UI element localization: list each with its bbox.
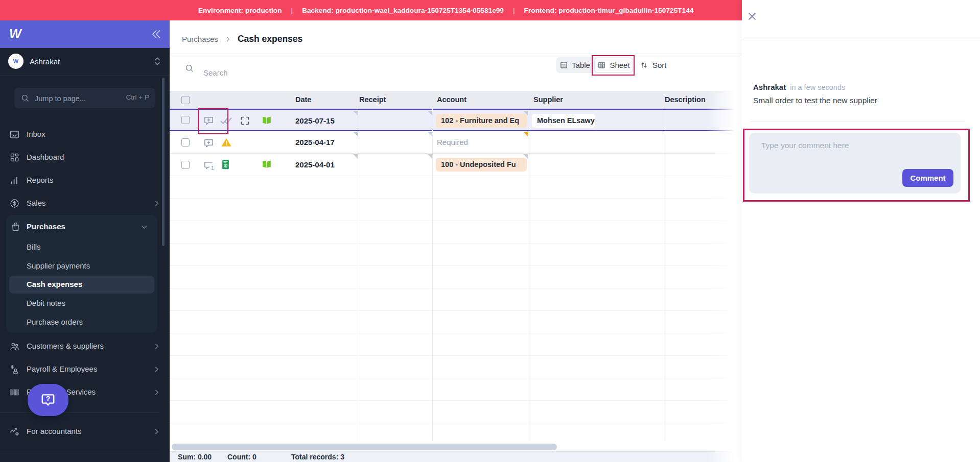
- sidebar-item-label: Supplier payments: [27, 261, 90, 270]
- sidebar-item-label: Payroll & Employees: [27, 364, 97, 373]
- sidebar-item-sales[interactable]: Sales: [0, 192, 170, 215]
- help-button[interactable]: ?: [28, 384, 68, 416]
- sidebar-item-purchase-orders[interactable]: Purchase orders: [6, 312, 157, 330]
- row-checkbox[interactable]: [181, 116, 190, 124]
- row-checkbox[interactable]: [181, 161, 190, 169]
- cell-corner-notch: [428, 111, 432, 115]
- column-header-receipt[interactable]: Receipt: [359, 95, 386, 104]
- journal-book-icon: [261, 115, 273, 127]
- sidebar-item-label: Dashboard: [27, 153, 64, 161]
- comment-count-icon[interactable]: 1: [202, 160, 215, 172]
- comments-panel: Ashrakat in a few seconds Small order to…: [742, 0, 980, 462]
- receipt-money-icon: [221, 159, 230, 171]
- comment-text: Small order to test the new supplier: [753, 96, 877, 105]
- breadcrumb-parent[interactable]: Purchases: [182, 35, 218, 43]
- sort-arrows-icon: [640, 61, 648, 69]
- cell-corner-notch: [353, 132, 358, 136]
- cell-account[interactable]: 100 - Undeposited Fu: [436, 158, 527, 172]
- app-screen: Environment: production | Backend: produ…: [0, 0, 980, 462]
- sidebar-divider: [0, 412, 159, 413]
- cell-supplier[interactable]: Mohsen ELsawy: [532, 114, 595, 128]
- close-icon[interactable]: [747, 11, 758, 22]
- sidebar-item-label: Bills: [27, 242, 41, 251]
- cell-date[interactable]: 2025-07-15: [295, 116, 335, 125]
- sidebar-item-cash-expenses[interactable]: Cash expenses: [9, 276, 154, 294]
- sidebar-item-debit-notes[interactable]: Debit notes: [6, 293, 157, 311]
- sidebar-item-for-accountants[interactable]: For accountants: [0, 420, 170, 443]
- jump-shortcut: Ctrl + P: [126, 93, 149, 101]
- sidebar-item-purchases[interactable]: Purchases: [6, 215, 157, 238]
- sheet-grid-icon: [597, 61, 606, 69]
- search-icon: [184, 63, 194, 73]
- sheet-row[interactable]: 1 2025-04-01 100 - Undeposited Fu: [170, 154, 742, 176]
- sidebar-item-label: Inbox: [27, 130, 45, 138]
- cell-corner-notch-warning: [523, 132, 528, 136]
- sidebar-scrollbar[interactable]: [162, 78, 165, 246]
- sidebar-logo-bar: W: [0, 20, 170, 48]
- panel-divider: [742, 40, 980, 40]
- table-view-button[interactable]: Table: [556, 57, 594, 73]
- sidebar-item-inbox[interactable]: Inbox: [0, 123, 170, 146]
- comment-input[interactable]: [760, 140, 946, 165]
- sheet-view-button[interactable]: Sheet: [595, 58, 633, 72]
- account-switcher[interactable]: W Ashrakat: [0, 48, 170, 76]
- comment-timestamp: in a few seconds: [790, 83, 845, 91]
- row-checkbox[interactable]: [181, 138, 190, 147]
- comment-submit-button[interactable]: Comment: [902, 169, 953, 187]
- sidebar-item-products-services[interactable]: Products & Services: [0, 381, 170, 404]
- cell-corner-notch: [353, 111, 358, 115]
- jump-to-page-input[interactable]: [34, 92, 118, 105]
- sidebar-item-customers-suppliers[interactable]: Customers & suppliers: [0, 335, 170, 358]
- dollar-circle-icon: [9, 198, 20, 209]
- banner-environment: Environment: production: [198, 7, 282, 14]
- payroll-icon: [9, 364, 20, 375]
- search-icon: [20, 93, 30, 103]
- cell-account[interactable]: 102 - Furniture and Eq: [436, 114, 527, 128]
- sidebar-item-payroll-employees[interactable]: Payroll & Employees: [0, 358, 170, 381]
- double-check-icon: [220, 116, 232, 126]
- trend-gear-icon: [9, 426, 20, 437]
- panel-divider: [750, 121, 965, 122]
- sidebar-item-label: Cash expenses: [27, 280, 82, 288]
- column-header-account[interactable]: Account: [437, 95, 466, 104]
- select-all-checkbox[interactable]: [181, 96, 190, 104]
- table-view-label: Table: [572, 61, 590, 69]
- main-content: Purchases Cash expenses Table: [170, 20, 742, 462]
- jump-to-page-box: Ctrl + P: [14, 88, 155, 108]
- column-header-date[interactable]: Date: [295, 95, 311, 104]
- column-header-supplier[interactable]: Supplier: [533, 95, 563, 104]
- add-comment-icon[interactable]: [202, 115, 215, 127]
- purchases-group: Purchases Bills Supplier payments Cash e…: [6, 215, 157, 333]
- banner-backend: Backend: production-wael_kaddoura-150725…: [302, 7, 504, 14]
- warning-icon: [221, 137, 232, 148]
- horizontal-scrollbar[interactable]: [172, 444, 557, 450]
- sheet-row[interactable]: 2025-07-15 102 - Furniture and Eq Mohsen…: [170, 109, 742, 131]
- add-comment-icon[interactable]: [202, 137, 215, 149]
- sidebar-item-bills[interactable]: Bills: [6, 237, 157, 255]
- chevron-right-icon: [153, 366, 160, 373]
- cell-corner-notch: [353, 154, 358, 159]
- bar-chart-icon: [9, 175, 20, 186]
- expand-icon[interactable]: [240, 115, 250, 126]
- column-header-description[interactable]: Description: [665, 95, 706, 104]
- status-sum: Sum: 0.00: [178, 453, 212, 461]
- sidebar-item-dashboard[interactable]: Dashboard: [0, 146, 170, 169]
- sidebar-collapse-icon[interactable]: [150, 28, 162, 40]
- sheet-row[interactable]: 2025-04-17 Required: [170, 131, 742, 154]
- banner-frontend: Frontend: production-timur_gibadullin-15…: [524, 7, 694, 14]
- banner-separator: |: [291, 7, 293, 14]
- sidebar: W W Ashrakat Ctrl + P Inbox: [0, 20, 170, 462]
- sidebar-item-label: Reports: [27, 176, 54, 184]
- cell-corner-notch: [523, 154, 528, 159]
- cell-account-required[interactable]: Required: [437, 138, 468, 147]
- environment-banner-text: Environment: production | Backend: produ…: [198, 0, 693, 20]
- search-input[interactable]: [202, 65, 419, 80]
- cell-date[interactable]: 2025-04-01: [295, 160, 335, 169]
- sidebar-item-supplier-payments[interactable]: Supplier payments: [6, 256, 157, 274]
- sort-button[interactable]: Sort: [640, 57, 667, 73]
- sheet-header-row: Date Receipt Account Supplier Descriptio…: [170, 91, 742, 109]
- sidebar-item-reports[interactable]: Reports: [0, 169, 170, 192]
- cell-date[interactable]: 2025-04-17: [295, 138, 335, 147]
- status-total-records: Total records: 3: [291, 453, 344, 461]
- barcode-icon: [9, 387, 20, 398]
